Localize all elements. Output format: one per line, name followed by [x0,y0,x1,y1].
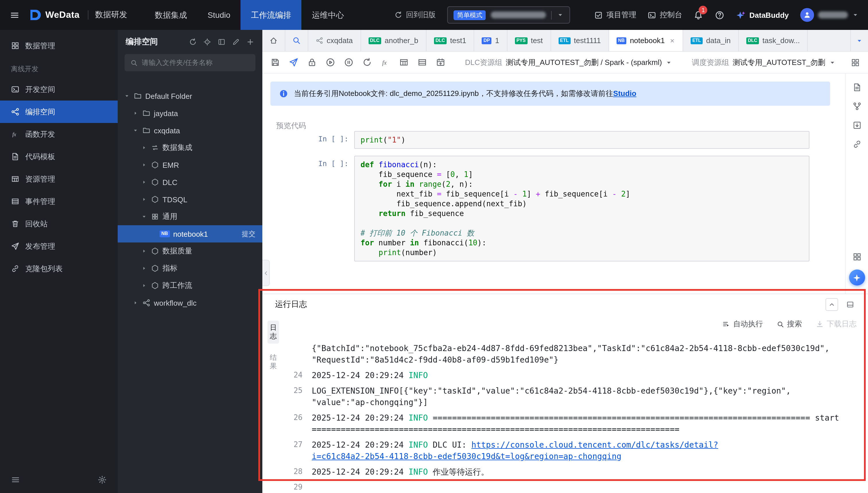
studio-link[interactable]: Studio [613,89,636,98]
sidebar-item[interactable]: 数据管理 [0,35,118,57]
sidebar-item[interactable]: 编排空间 [0,101,118,123]
apps-button[interactable] [852,252,861,261]
tree-node[interactable]: NBnotebook1提交 [118,225,262,242]
refresh-button[interactable] [362,58,372,67]
notebook-cells: In [ ]:print("1")In [ ]:def fibonacci(n)… [313,131,809,268]
tree-arrow [141,248,147,254]
refresh-icon[interactable] [189,38,197,46]
editor-tab[interactable]: PYStest [507,30,551,51]
auto-run-button[interactable]: 自动执行 [722,319,763,329]
assistant-button[interactable] [849,270,865,285]
redacted-username [818,12,848,18]
scheduler-resource-select[interactable]: 调度资源组 测试专用_AUTOTEST_勿删 [692,57,836,67]
editor-tab[interactable]: DLCtest1 [426,30,474,51]
collapse-sidebar-button[interactable] [11,475,20,485]
settings-button[interactable] [98,475,107,485]
mode-selector[interactable]: 简单模式 [448,6,570,24]
sidebar-item[interactable]: 函数开发 [0,123,118,145]
fx-button[interactable] [381,58,390,67]
tree-node[interactable]: DLC [118,173,262,191]
tree-node[interactable]: 通用 [118,208,262,225]
topnav-item[interactable]: Studio [197,0,241,30]
task-properties-button[interactable] [852,83,861,92]
document-icon [852,83,861,92]
search-tab[interactable] [285,30,308,51]
log-link[interactable]: i=c61c84a2-2b54-4118-8cbb-edef5030c19d&t… [312,452,621,461]
tree-node[interactable]: 数据集成 [118,139,262,156]
log-tab[interactable]: 日志 [268,321,279,344]
user-menu[interactable] [800,8,859,22]
collapse-tree-button[interactable] [262,260,270,286]
tree-search [124,54,255,71]
close-icon[interactable] [669,38,675,43]
tree-node[interactable]: TDSQL [118,191,262,208]
sidebar-item[interactable]: 发布管理 [0,235,118,257]
editor-tab[interactable]: DLCanother_b [361,30,426,51]
tree-node[interactable]: 数据质量 [118,242,262,260]
play-circle-button[interactable] [325,58,335,67]
back-to-old-button[interactable]: 回到旧版 [395,10,436,20]
collapse-log-button[interactable] [825,298,838,311]
sidebar-item[interactable]: 事件管理 [0,190,118,213]
rows-button[interactable] [417,58,427,67]
expand-log-button[interactable] [844,298,856,311]
log-link[interactable]: https://console.cloud.tencent.com/dlc/ta… [471,440,718,449]
sidebar-item[interactable]: 资源管理 [0,168,118,190]
pause-circle-button[interactable] [344,58,353,67]
download-log-button[interactable]: 下载日志 [816,319,856,329]
code-cell[interactable]: def fibonacci(n): fib_sequence = [0, 1] … [354,156,809,261]
log-line-number [284,354,302,365]
result-tab[interactable]: 结果 [268,350,279,373]
topnav-item[interactable]: 工作流编排 [241,0,302,30]
topnav-item[interactable]: 运维中心 [302,0,355,30]
more-tabs-button[interactable] [850,30,868,51]
code-cell[interactable]: print("1") [354,131,809,149]
notifications-button[interactable]: 1 [694,10,704,20]
layout-grid-button[interactable] [851,58,860,67]
project-management-link[interactable]: 项目管理 [594,10,636,20]
editor-tab[interactable]: ETLdata_in [683,30,739,51]
editor-tab[interactable]: ETLtest1111 [551,30,609,51]
tree-node[interactable]: jaydata [118,105,262,122]
layout-icon[interactable] [218,38,226,46]
console-link[interactable]: 控制台 [648,10,682,20]
table-button[interactable] [399,58,409,67]
tree-node[interactable]: workflow_dlc [118,294,262,312]
lock-button[interactable] [307,58,317,67]
sidebar-item[interactable]: 代码模板 [0,145,118,168]
tree-node[interactable]: Default Folder [118,87,262,105]
databuddy-button[interactable]: DataBuddy [736,10,789,20]
log-output[interactable]: {"BatchId":"notebook_75cfba2a-eb24-4d87-… [284,333,856,493]
plus-icon[interactable] [246,38,254,46]
dlc-resource-select[interactable]: DLC资源组 测试专用_AUTOTEST_勿删 / Spark - (spark… [465,57,672,67]
editor-tab[interactable]: DP1 [474,30,507,51]
tree-node[interactable]: 指标 [118,260,262,277]
tree-node[interactable]: EMR [118,156,262,173]
tree-node[interactable]: cxqdata [118,122,262,139]
menu-toggle-button[interactable] [0,0,29,30]
tree-node-label: 数据质量 [162,246,192,256]
editor-tab[interactable]: DLCtask_dow... [738,30,808,51]
editor-tab[interactable]: cxqdata [308,30,361,51]
versions-button[interactable] [852,121,861,130]
tree-node[interactable]: 跨工作流 [118,277,262,294]
tree-node-label: cxqdata [154,126,180,135]
toolbar-icons [270,58,446,67]
tree-search-input[interactable] [142,59,250,67]
help-button[interactable] [715,10,725,20]
topnav-item[interactable]: 数据集成 [144,0,197,30]
cal-plus-button[interactable] [436,58,446,67]
home-tab[interactable] [262,30,285,51]
sidebar-item[interactable]: 回收站 [0,213,118,235]
log-search-button[interactable]: 搜索 [777,319,802,329]
sidebar-item[interactable]: 克隆包列表 [0,257,118,280]
submit-link[interactable]: 提交 [242,229,255,239]
new-task-icon[interactable] [232,38,240,46]
sidebar-item[interactable]: 开发空间 [0,78,118,101]
send-button[interactable] [289,58,298,67]
locate-icon[interactable] [203,38,211,46]
editor-tab[interactable]: NBnotebook1 [609,30,683,51]
save-button[interactable] [270,58,280,67]
lineage-button[interactable] [852,102,861,111]
references-button[interactable] [852,140,861,149]
